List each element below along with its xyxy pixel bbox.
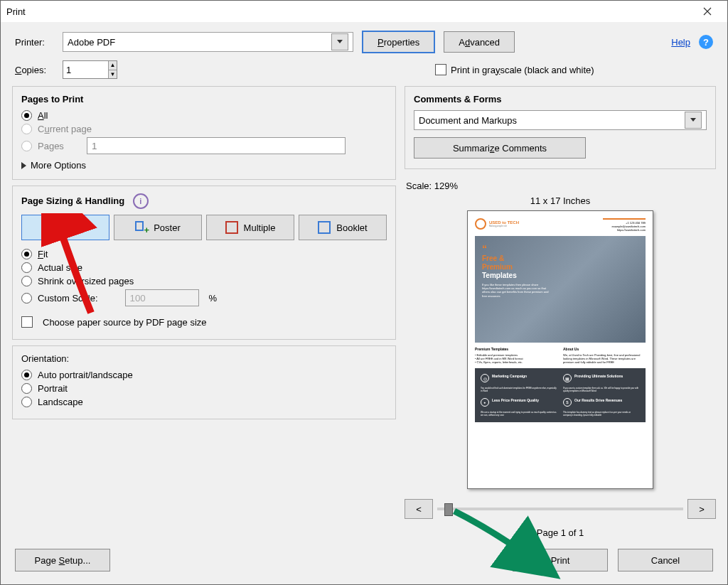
current-page-label: Current page bbox=[38, 124, 92, 134]
auto-orientation-radio[interactable] bbox=[21, 370, 32, 380]
copies-up-button[interactable]: ▲ bbox=[109, 61, 117, 70]
choose-paper-label: Choose paper source by PDF page size bbox=[43, 317, 207, 328]
auto-orientation-label: Auto portrait/landscape bbox=[38, 370, 133, 380]
print-button[interactable]: Print bbox=[513, 549, 608, 571]
advanced-button[interactable]: Advanced bbox=[444, 31, 515, 53]
printer-row: Printer: Adobe PDF Properties Advanced H… bbox=[1, 22, 727, 58]
pages-input[interactable] bbox=[87, 137, 346, 154]
custom-scale-label: Custom Scale: bbox=[38, 293, 98, 304]
triangle-right-icon bbox=[21, 162, 26, 169]
pages-label: Pages bbox=[38, 141, 64, 151]
copies-row: Copies: ▲ ▼ Print in grayscale (black an… bbox=[1, 58, 727, 86]
comments-select[interactable]: Document and Markups bbox=[414, 110, 707, 130]
multiple-icon bbox=[225, 221, 238, 234]
preview-area: USED to TECH Making people rich +1 123 4… bbox=[405, 210, 716, 543]
booklet-button[interactable]: Booklet bbox=[299, 215, 387, 240]
comments-group: Comments & Forms Document and Markups Su… bbox=[405, 86, 716, 169]
chevron-down-icon[interactable] bbox=[331, 33, 348, 50]
custom-scale-input[interactable] bbox=[125, 289, 199, 306]
choose-paper-checkbox[interactable] bbox=[21, 316, 33, 328]
close-icon bbox=[703, 7, 712, 16]
actual-size-radio[interactable] bbox=[21, 262, 32, 273]
scale-label: Scale: 129% bbox=[406, 181, 716, 191]
fit-label: Fit bbox=[38, 249, 48, 259]
multiple-button[interactable]: Multiple bbox=[206, 215, 294, 240]
actual-size-label: Actual size bbox=[38, 262, 82, 273]
bottom-bar: Page Setup... Print Cancel bbox=[1, 549, 727, 584]
copies-label: Copies: bbox=[15, 65, 54, 75]
fit-radio[interactable] bbox=[21, 249, 32, 259]
shrink-label: Shrink oversized pages bbox=[38, 276, 134, 286]
close-button[interactable] bbox=[693, 1, 722, 22]
pages-radio[interactable] bbox=[21, 141, 32, 151]
printer-select[interactable]: Adobe PDF bbox=[63, 32, 353, 52]
zoom-slider[interactable] bbox=[437, 508, 683, 510]
more-options-label: More Options bbox=[31, 160, 86, 171]
window-title: Print bbox=[6, 6, 26, 17]
sizing-title: Page Sizing & Handling i bbox=[21, 193, 387, 209]
preview-page: USED to TECH Making people rich +1 123 4… bbox=[467, 210, 653, 489]
percent-label: % bbox=[209, 293, 218, 304]
pages-to-print-title: Pages to Print bbox=[21, 94, 387, 104]
all-label: All bbox=[38, 110, 48, 121]
poster-button[interactable]: Poster bbox=[114, 215, 202, 240]
printer-value: Adobe PDF bbox=[68, 37, 115, 48]
sizing-group: Page Sizing & Handling i Size Poster Mul… bbox=[12, 186, 396, 340]
size-icon bbox=[47, 221, 60, 234]
copies-stepper[interactable]: ▲ ▼ bbox=[63, 60, 117, 79]
info-icon[interactable]: i bbox=[133, 193, 149, 209]
printer-label: Printer: bbox=[15, 37, 54, 48]
help-icon[interactable]: ? bbox=[699, 35, 713, 49]
shrink-radio[interactable] bbox=[21, 276, 32, 286]
booklet-icon bbox=[318, 221, 331, 234]
properties-button[interactable]: Properties bbox=[362, 31, 435, 53]
landscape-label: Landscape bbox=[38, 397, 83, 407]
slider-thumb[interactable] bbox=[444, 503, 453, 516]
current-page-radio bbox=[21, 124, 32, 134]
portrait-radio[interactable] bbox=[21, 383, 32, 394]
orientation-group: Orientation: Auto portrait/landscape Por… bbox=[12, 345, 396, 419]
chevron-down-icon[interactable] bbox=[685, 112, 702, 129]
grayscale-checkbox[interactable] bbox=[435, 64, 446, 75]
prev-page-button[interactable]: < bbox=[405, 499, 433, 519]
more-options-toggle[interactable]: More Options bbox=[21, 160, 387, 171]
copies-down-button[interactable]: ▼ bbox=[109, 70, 117, 79]
summarize-comments-button[interactable]: Summarize Comments bbox=[414, 137, 586, 159]
size-button[interactable]: Size bbox=[21, 215, 109, 240]
comments-value: Document and Markups bbox=[419, 115, 517, 126]
copies-input[interactable] bbox=[63, 61, 108, 78]
cancel-button[interactable]: Cancel bbox=[618, 549, 713, 571]
titlebar: Print bbox=[1, 1, 727, 22]
grayscale-label: Print in grayscale (black and white) bbox=[451, 65, 594, 75]
poster-icon bbox=[135, 221, 148, 234]
help-link[interactable]: Help bbox=[671, 37, 690, 48]
page-setup-button[interactable]: Page Setup... bbox=[15, 549, 110, 571]
page-indicator: Page 1 of 1 bbox=[537, 527, 584, 538]
comments-title: Comments & Forms bbox=[414, 94, 707, 104]
pages-to-print-group: Pages to Print All Current page Pages Mo… bbox=[12, 86, 396, 180]
next-page-button[interactable]: > bbox=[687, 499, 716, 519]
portrait-label: Portrait bbox=[38, 383, 68, 394]
dimensions-label: 11 x 17 Inches bbox=[405, 195, 716, 206]
all-radio[interactable] bbox=[21, 110, 32, 121]
landscape-radio[interactable] bbox=[21, 397, 32, 407]
custom-scale-radio[interactable] bbox=[21, 293, 32, 304]
orientation-title: Orientation: bbox=[21, 353, 387, 364]
logo-icon bbox=[475, 218, 486, 230]
